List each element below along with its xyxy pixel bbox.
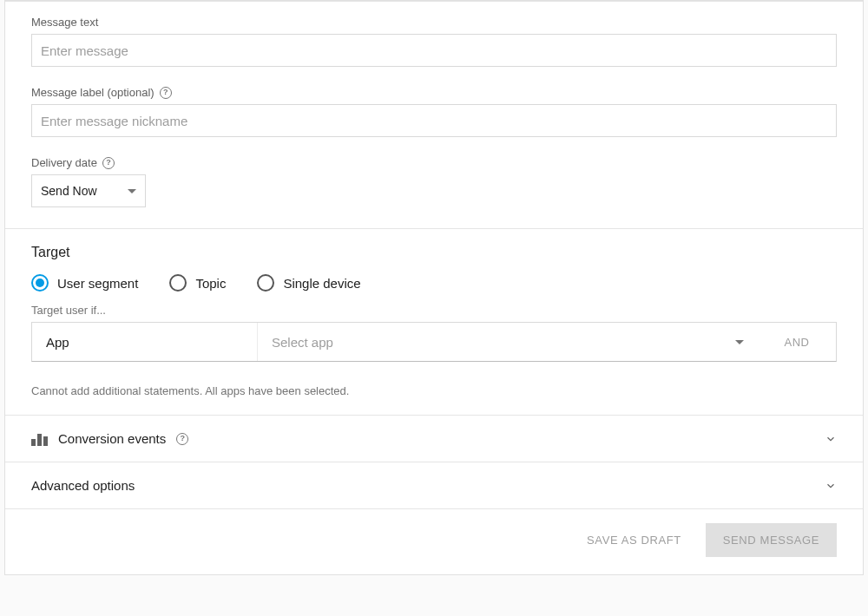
conversion-events-label: Conversion events (58, 431, 166, 446)
radio-on-icon (31, 274, 49, 292)
save-draft-button[interactable]: SAVE AS DRAFT (582, 525, 687, 555)
target-app-cell: App (32, 323, 258, 361)
radio-user-segment[interactable]: User segment (31, 274, 138, 292)
message-text-label: Message text (31, 16, 837, 29)
radio-off-icon (169, 274, 187, 292)
target-radio-group: User segment Topic Single device (31, 274, 837, 292)
footer-actions: SAVE AS DRAFT SEND MESSAGE (5, 508, 863, 574)
message-label-label: Message label (optional) (31, 86, 155, 99)
help-icon[interactable]: ? (102, 157, 115, 169)
chevron-down-icon (825, 480, 837, 492)
target-sub-label: Target user if... (31, 304, 837, 317)
target-info-text: Cannot add additional statements. All ap… (31, 384, 837, 397)
help-icon[interactable]: ? (160, 87, 172, 99)
radio-single-device[interactable]: Single device (257, 274, 360, 292)
target-title: Target (31, 245, 837, 260)
radio-topic[interactable]: Topic (169, 274, 226, 292)
message-label-input[interactable] (31, 104, 837, 137)
chevron-down-icon (825, 433, 837, 445)
message-text-input[interactable] (31, 34, 837, 67)
help-icon[interactable]: ? (176, 433, 188, 445)
delivery-date-label: Delivery date (31, 156, 97, 169)
chevron-down-icon (735, 340, 744, 344)
send-message-button[interactable]: SEND MESSAGE (706, 523, 837, 557)
message-text-field: Message text (31, 16, 837, 67)
radio-off-icon (257, 274, 274, 292)
chevron-down-icon (128, 189, 136, 193)
delivery-date-select[interactable]: Send Now (31, 174, 146, 207)
conversion-events-row[interactable]: Conversion events ? (5, 415, 863, 462)
target-select-placeholder: Select app (272, 335, 333, 350)
delivery-date-field: Delivery date ? Send Now (31, 156, 837, 207)
advanced-options-row[interactable]: Advanced options (5, 462, 863, 508)
radio-user-segment-label: User segment (57, 276, 138, 291)
radio-topic-label: Topic (195, 276, 226, 291)
target-app-select[interactable]: Select app (258, 323, 758, 361)
target-and-cell: AND (758, 323, 836, 361)
delivery-date-value: Send Now (41, 184, 97, 198)
message-label-field: Message label (optional) ? (31, 86, 837, 137)
target-condition-row: App Select app AND (31, 322, 837, 362)
radio-single-device-label: Single device (283, 276, 360, 291)
bar-chart-icon (31, 432, 48, 446)
advanced-options-label: Advanced options (31, 478, 135, 493)
